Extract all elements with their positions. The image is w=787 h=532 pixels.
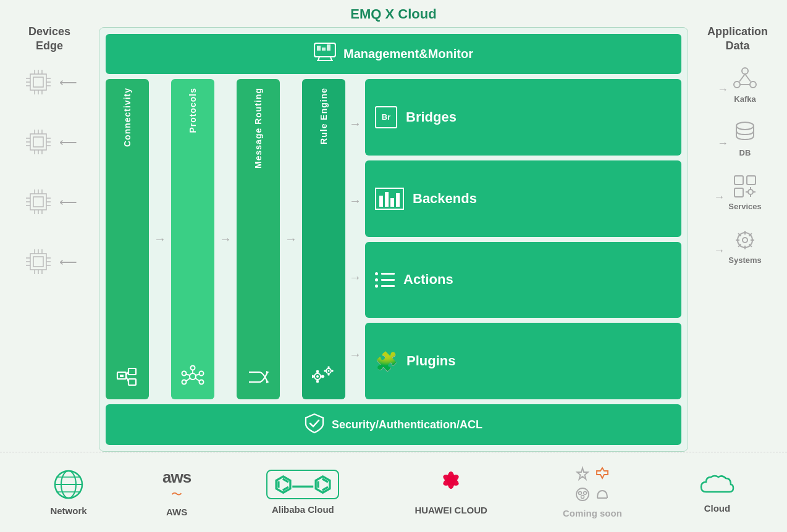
right-arrows-col: → → → → [349,79,361,399]
svg-rect-14 [30,134,46,150]
emq-box: Management&Monitor Connectivity [99,27,688,452]
svg-line-78 [186,375,190,376]
coming-soon-label: Coming soon [563,508,622,518]
svg-point-140 [583,492,586,495]
device-row-2: ⟵ [22,126,77,158]
coming-soon-item: Coming soon [563,466,622,518]
services-icon [732,173,758,199]
svg-point-102 [750,81,756,88]
alibaba-label: Alibaba Cloud [272,504,334,515]
svg-rect-110 [748,189,753,194]
svg-point-71 [200,372,204,376]
services-item: Services [728,173,762,211]
coming-soon-icons [571,466,613,503]
svg-point-85 [316,375,319,378]
rule-engine-column: Rule Engine [302,79,345,399]
cloud-label: Cloud [704,503,731,513]
svg-rect-66 [128,379,136,385]
db-row: → DB [717,120,758,167]
actions-label: Actions [403,272,453,288]
plugins-label: Plugins [406,353,455,369]
chip-icon-4 [22,246,54,278]
bridges-card: Br Bridges [365,79,681,156]
svg-rect-60 [317,46,321,51]
bridges-label: Bridges [406,109,457,125]
bridges-icon: Br [375,106,397,128]
kafka-label: Kafka [734,94,755,104]
db-item: DB [732,120,758,157]
flow-row: Connectivity [106,79,681,399]
svg-rect-15 [33,137,43,147]
chip-icon-3 [22,186,54,218]
kafka-item: Kafka [732,66,758,104]
svg-rect-64 [120,375,124,377]
systems-icon [732,227,758,253]
aws-arrow-icon: 〜 [171,487,182,502]
svg-rect-61 [322,48,326,51]
svg-rect-87 [316,380,319,383]
svg-point-70 [191,366,195,370]
arrow-left-3: ⟵ [59,196,77,208]
message-routing-icon [247,366,269,391]
device-row-3: ⟵ [22,186,77,218]
aws-logo: aws 〜 [162,468,191,502]
svg-rect-28 [30,194,46,210]
svg-rect-29 [33,197,43,207]
coming-soon-icon-4 [594,486,611,503]
protocols-icon [181,365,204,391]
svg-point-72 [200,380,204,384]
top-section: Devices Edge [0,0,787,452]
arrow-left-2: ⟵ [59,136,77,148]
protocols-label: Protocols [188,88,198,133]
out-arrow-backends: → [349,194,361,208]
mgmt-bar: Management&Monitor [106,34,681,74]
left-title: Devices Edge [28,25,70,54]
security-bar-text: Security/Authentication/ACL [332,418,482,431]
bottom-section: Network aws 〜 AWS ⌬—⌬ Alibaba Cloud [0,452,787,532]
alibaba-icon: ⌬—⌬ [266,470,339,500]
svg-rect-109 [734,188,743,197]
coming-soon-icon-3 [574,486,591,503]
arrow-left-4: ⟵ [59,256,77,268]
svg-point-101 [734,81,740,88]
mgmt-bar-text: Management&Monitor [343,47,473,61]
emq-center-column: EMQ X Cloud [93,6,694,452]
flow-arrow-1: → [153,232,167,246]
svg-point-100 [742,68,748,74]
network-item: Network [50,468,87,516]
rule-engine-label: Rule Engine [319,88,329,144]
svg-marker-137 [597,468,608,478]
security-bar: Security/Authentication/ACL [106,404,681,445]
svg-line-103 [739,74,745,81]
svg-point-74 [182,380,187,384]
services-label: Services [728,202,762,211]
network-label: Network [50,505,86,516]
device-row-4: ⟵ [22,246,77,278]
right-arrow-db: → [717,137,728,150]
aws-label: AWS [166,507,187,517]
coming-soon-icon-1 [574,466,591,483]
right-column: Application Data → Kafka [694,6,781,452]
left-column: Devices Edge [6,6,93,452]
backends-label: Backends [413,191,477,207]
coming-soon-icon-2 [594,466,611,483]
emq-title: EMQ X Cloud [99,6,688,22]
flow-arrow-3: → [284,232,298,246]
out-arrow-actions: → [349,270,361,285]
svg-rect-1 [33,77,43,87]
rule-engine-icon [312,365,335,391]
svg-point-95 [328,370,330,372]
systems-item: Systems [728,227,761,265]
svg-point-116 [743,238,747,243]
cloud-icon [697,471,737,498]
svg-marker-136 [577,468,588,480]
svg-rect-65 [128,368,136,375]
huawei-label: HUAWEI CLOUD [415,505,487,515]
svg-rect-98 [332,370,334,372]
db-label: DB [739,148,751,157]
svg-line-79 [186,378,190,381]
backends-icon [375,188,404,210]
actions-card: Actions [365,242,681,318]
alibaba-item: ⌬—⌬ Alibaba Cloud [266,470,339,515]
plugins-icon: 🧩 [375,351,398,372]
